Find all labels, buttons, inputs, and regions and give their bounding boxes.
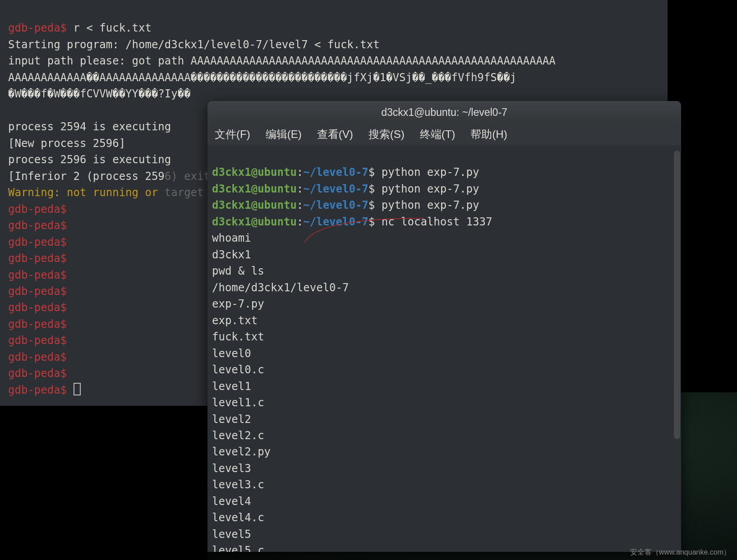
terminal-output: level0: [212, 347, 251, 360]
gdb-prompt: gdb-peda$: [8, 384, 67, 396]
menu-search[interactable]: 搜索(S): [365, 125, 408, 143]
prompt-user: d3ckx1@ubuntu: [212, 166, 297, 179]
terminal-output: level5.c: [212, 544, 264, 552]
terminal-output: level1.c: [212, 396, 264, 409]
gdb-prompt: gdb-peda$: [8, 22, 67, 34]
terminal-output: exp.txt: [212, 314, 258, 327]
gdb-out-line: process 2596 is executing: [8, 153, 171, 166]
terminal-output: level5: [212, 528, 251, 541]
shell-command: python exp-7.py: [382, 166, 479, 179]
menu-help[interactable]: 帮助(H): [467, 125, 511, 143]
menu-edit[interactable]: 编辑(E): [262, 125, 305, 143]
menu-view[interactable]: 查看(V): [313, 125, 357, 143]
gdb-out-line: �W���f�W���fCVVW��YY���?Iy��: [8, 87, 191, 100]
gdb-out-line: AAAAAAAAAAAA��AAAAAAAAAAAAAA������������…: [8, 71, 516, 84]
terminal-output: d3ckx1: [212, 248, 251, 261]
gdb-prompt: gdb-peda$: [8, 318, 67, 330]
terminal-output: exp-7.py: [212, 298, 264, 310]
gdb-prompt: gdb-peda$: [8, 269, 67, 281]
terminal-output: level4: [212, 495, 251, 508]
gdb-prompt: gdb-peda$: [8, 252, 67, 265]
shell-command: nc localhost 1337: [382, 216, 493, 228]
terminal-output: level3: [212, 462, 251, 475]
prompt-line: d3ckx1@ubuntu:~/level0-7$ python exp-7.p…: [212, 183, 479, 195]
menubar: 文件(F) 编辑(E) 查看(V) 搜索(S) 终端(T) 帮助(H): [207, 124, 681, 145]
gdb-prompt: gdb-peda$: [8, 334, 67, 347]
window-title[interactable]: d3ckx1@ubuntu: ~/level0-7: [207, 101, 681, 124]
terminal-output: /home/d3ckx1/level0-7: [212, 281, 349, 294]
menu-file[interactable]: 文件(F): [211, 125, 254, 143]
terminal-output: level3.c: [212, 478, 264, 491]
terminal-output: level1: [212, 380, 251, 393]
terminal-output: level2.py: [212, 445, 271, 458]
gdb-prompt: gdb-peda$: [8, 301, 67, 314]
gdb-command: r < fuck.txt: [67, 22, 152, 34]
prompt-line: d3ckx1@ubuntu:~/level0-7$ python exp-7.p…: [212, 166, 479, 179]
terminal-output: pwd & ls: [212, 265, 264, 277]
terminal-output: level2: [212, 413, 251, 426]
gdb-prompt: gdb-peda$: [8, 219, 67, 232]
menu-terminal[interactable]: 终端(T): [416, 125, 459, 143]
gdb-prompt: gdb-peda$: [8, 285, 67, 298]
terminal-output: level4.c: [212, 511, 264, 524]
shell-command: python exp-7.py: [382, 183, 479, 195]
prompt-path: ~/level0-7: [303, 166, 368, 179]
gdb-out-line: [New process 2596]: [8, 137, 125, 150]
terminal-output: fuck.txt: [212, 330, 264, 343]
gdb-out-line: input path please: got path AAAAAAAAAAAA…: [8, 55, 556, 67]
gdb-prompt: gdb-peda$: [8, 236, 67, 248]
terminal-body[interactable]: d3ckx1@ubuntu:~/level0-7$ python exp-7.p…: [207, 145, 681, 552]
gdb-prompt: gdb-peda$: [8, 367, 67, 380]
terminal-output: level2.c: [212, 429, 264, 442]
gdb-prompt: gdb-peda$: [8, 351, 67, 363]
gdb-prompt: gdb-peda$: [8, 203, 67, 216]
cursor-icon: [74, 383, 81, 395]
terminal-output: whoami: [212, 232, 251, 244]
prompt-line: d3ckx1@ubuntu:~/level0-7$ nc localhost 1…: [212, 216, 492, 228]
gdb-out-line: Starting program: /home/d3ckx1/level0-7/…: [8, 38, 380, 51]
scrollbar[interactable]: [674, 151, 680, 439]
terminal-window[interactable]: d3ckx1@ubuntu: ~/level0-7 文件(F) 编辑(E) 查看…: [207, 101, 681, 552]
shell-command: python exp-7.py: [382, 199, 479, 211]
gdb-out-line: process 2594 is executing: [8, 120, 171, 133]
watermark: 安全客（www.anquanke.com）: [630, 548, 731, 557]
terminal-output: level0.c: [212, 363, 264, 376]
prompt-line: d3ckx1@ubuntu:~/level0-7$ python exp-7.p…: [212, 199, 479, 211]
